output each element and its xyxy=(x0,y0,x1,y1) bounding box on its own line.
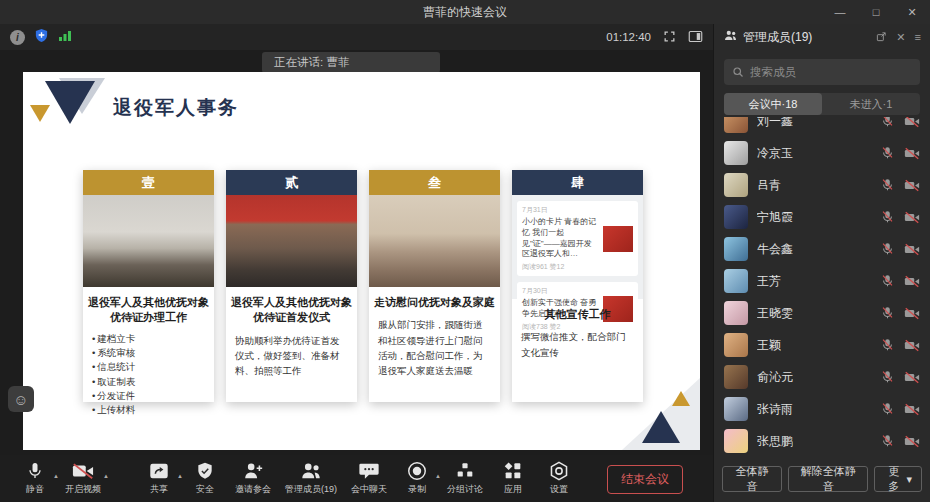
search-box[interactable] xyxy=(724,59,920,85)
card-photo xyxy=(226,195,357,287)
close-icon[interactable]: ✕ xyxy=(894,0,930,24)
meeting-timer: 01:12:40 xyxy=(606,31,651,43)
mic-muted-icon[interactable] xyxy=(881,338,894,352)
member-row[interactable]: 冷京玉 xyxy=(714,137,930,169)
member-row[interactable]: 王晓雯 xyxy=(714,297,930,329)
camera-off-icon[interactable] xyxy=(904,339,920,352)
maximize-icon[interactable]: □ xyxy=(858,0,894,24)
more-button[interactable]: 更多▾ xyxy=(874,466,922,492)
member-row[interactable]: 俞沁元 xyxy=(714,361,930,393)
minimize-icon[interactable]: — xyxy=(822,0,858,24)
camera-off-icon[interactable] xyxy=(904,435,920,448)
unmute-all-button[interactable]: 解除全体静音 xyxy=(788,466,868,492)
chevron-up-icon[interactable]: ▲ xyxy=(435,473,441,479)
avatar xyxy=(724,205,748,229)
avatar xyxy=(724,173,748,197)
shield-icon[interactable] xyxy=(34,28,49,47)
camera-off-icon[interactable] xyxy=(904,179,920,192)
member-name: 王晓雯 xyxy=(757,305,793,322)
chevron-up-icon[interactable]: ▲ xyxy=(53,473,59,479)
apps-button[interactable]: 应用 xyxy=(497,460,529,496)
camera-off-icon[interactable] xyxy=(904,403,920,416)
statusbar: i 01:12:40 xyxy=(0,24,713,50)
mic-muted-icon[interactable] xyxy=(881,242,894,256)
member-row[interactable]: 王颖 xyxy=(714,329,930,361)
search-area xyxy=(714,50,930,85)
tool-label: 分组讨论 xyxy=(447,483,483,496)
avatar xyxy=(724,117,748,133)
mic-muted-icon[interactable] xyxy=(881,370,894,384)
mic-muted-icon[interactable] xyxy=(881,210,894,224)
breakout-rooms-button[interactable]: 分组讨论 xyxy=(447,460,483,496)
camera-off-icon[interactable] xyxy=(904,371,920,384)
reaction-emoji-button[interactable]: ☺ xyxy=(8,386,34,412)
article-list: 7月31日 小小的卡片 青春的记忆 我们一起见"证"——嘉园开发区退役军人和… … xyxy=(512,195,643,299)
article-date: 7月31日 xyxy=(522,205,599,215)
camera-off-icon[interactable] xyxy=(904,117,920,128)
member-row[interactable]: 张诗雨 xyxy=(714,393,930,425)
panel-header: 管理成员(19) ✕ ≡ xyxy=(714,24,930,50)
tool-label: 管理成员(19) xyxy=(285,483,337,496)
mic-muted-icon[interactable] xyxy=(881,434,894,448)
member-row[interactable]: 王芳 xyxy=(714,265,930,297)
tool-label: 静音 xyxy=(26,483,44,496)
mute-button[interactable]: 静音 ▲ xyxy=(19,460,51,496)
security-button[interactable]: 安全 xyxy=(189,460,221,496)
camera-off-icon[interactable] xyxy=(904,243,920,256)
panel-footer: 全体静音 解除全体静音 更多▾ xyxy=(714,456,930,502)
member-tabs: 会议中·18 未进入·1 xyxy=(724,93,920,115)
avatar xyxy=(724,397,748,421)
popout-icon[interactable] xyxy=(876,31,887,44)
chevron-up-icon[interactable]: ▲ xyxy=(103,473,109,479)
mic-muted-icon[interactable] xyxy=(881,178,894,192)
card-bullets: 建档立卡 系统审核 信息统计 取证制表 分发证件 上传材料 xyxy=(83,330,214,420)
camera-off-icon[interactable] xyxy=(904,147,920,160)
panel-close-icon[interactable]: ✕ xyxy=(896,31,905,44)
tab-not-joined[interactable]: 未进入·1 xyxy=(822,93,920,115)
share-screen-button[interactable]: 共享 ▲ xyxy=(143,460,175,496)
signal-icon[interactable] xyxy=(58,28,72,46)
bullet-item: 取证制表 xyxy=(92,375,205,389)
start-video-button[interactable]: 开启视频 ▲ xyxy=(65,460,101,496)
mic-muted-icon[interactable] xyxy=(881,146,894,160)
meeting-info-icon[interactable]: i xyxy=(10,30,25,45)
layout-icon[interactable] xyxy=(688,30,703,45)
card-number: 肆 xyxy=(512,170,643,195)
mic-muted-icon[interactable] xyxy=(881,117,894,128)
tab-in-meeting[interactable]: 会议中·18 xyxy=(724,93,822,115)
settings-button[interactable]: 设置 xyxy=(543,460,575,496)
meeting-window: 曹菲的快速会议 — □ ✕ i 01:12:40 xyxy=(0,0,930,502)
slide-cards: 壹 退役军人及其他优抚对象优待证办理工作 建档立卡 系统审核 信息统计 取证制表… xyxy=(83,170,643,402)
camera-off-icon[interactable] xyxy=(904,275,920,288)
invite-button[interactable]: 邀请参会 xyxy=(235,460,271,496)
card-number: 叁 xyxy=(369,170,500,195)
fullscreen-icon[interactable] xyxy=(663,30,676,45)
mic-muted-icon[interactable] xyxy=(881,274,894,288)
slide-card-3: 叁 走访慰问优抚对象及家庭 服从部门安排，跟随街道和社区领导进行上门慰问活动，配… xyxy=(369,170,500,402)
card-body: 协助顺利举办优待证首发仪式，做好签到、准备材料、拍照等工作 xyxy=(226,330,357,382)
member-row[interactable]: 张思鹏 xyxy=(714,425,930,456)
member-row[interactable]: 牛会鑫 xyxy=(714,233,930,265)
camera-off-icon[interactable] xyxy=(904,307,920,320)
member-name: 张思鹏 xyxy=(757,433,793,450)
corner-triangle-navy xyxy=(642,411,680,443)
panel-menu-icon[interactable]: ≡ xyxy=(915,31,921,43)
search-input[interactable] xyxy=(750,66,912,78)
member-list[interactable]: 刘一鑫 冷京玉 吕青 宁旭霞 xyxy=(714,117,930,456)
mic-muted-icon[interactable] xyxy=(881,306,894,320)
card-number: 贰 xyxy=(226,170,357,195)
avatar xyxy=(724,301,748,325)
camera-off-icon[interactable] xyxy=(904,211,920,224)
manage-members-button[interactable]: 管理成员(19) xyxy=(285,460,337,496)
end-meeting-button[interactable]: 结束会议 xyxy=(607,465,683,494)
member-row[interactable]: 刘一鑫 xyxy=(714,117,930,137)
record-button[interactable]: 录制 ▲ xyxy=(401,460,433,496)
mute-all-button[interactable]: 全体静音 xyxy=(722,466,782,492)
mic-muted-icon[interactable] xyxy=(881,402,894,416)
bullet-item: 分发证件 xyxy=(92,389,205,403)
chevron-up-icon[interactable]: ▲ xyxy=(177,473,183,479)
chat-button[interactable]: 会中聊天 xyxy=(351,460,387,496)
member-row[interactable]: 宁旭霞 xyxy=(714,201,930,233)
member-row[interactable]: 吕青 xyxy=(714,169,930,201)
member-name: 吕青 xyxy=(757,177,781,194)
